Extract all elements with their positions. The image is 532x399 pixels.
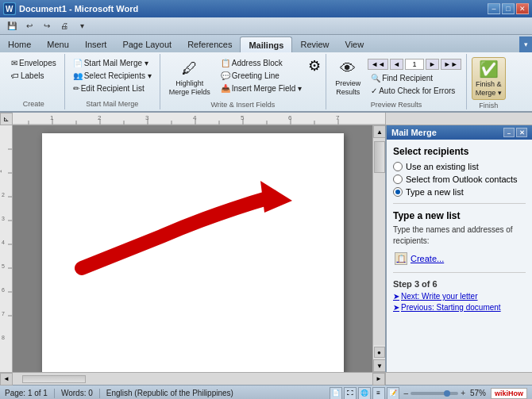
select-outlook-label: Select from Outlook contacts (406, 175, 518, 184)
tab-review[interactable]: Review (292, 36, 337, 52)
scroll-track[interactable] (373, 138, 385, 345)
record-number-input[interactable] (405, 59, 424, 70)
window-title: Document1 - Microsoft Word (19, 4, 138, 13)
next-btn[interactable]: ► (426, 59, 439, 70)
full-screen-btn[interactable]: ⛶ (344, 387, 357, 400)
scroll-down-btn[interactable]: ▼ (373, 359, 386, 372)
tab-mailings[interactable]: Mailings (240, 36, 292, 52)
undo-quick-btn[interactable]: ↩ (22, 19, 37, 33)
insert-merge-field-button[interactable]: 📥 Insert Merge Field ▾ (218, 82, 305, 94)
mail-merge-icon: 📄 (73, 59, 83, 67)
select-recipients-button[interactable]: 👥 Select Recipients ▾ (70, 70, 155, 82)
zoom-slider: – + 57% (404, 389, 486, 397)
h-scroll-right-btn[interactable]: ► (372, 373, 385, 386)
select-browse-obj-btn[interactable]: ● (374, 347, 385, 358)
qa-dropdown-btn[interactable]: ▾ (75, 19, 89, 33)
maximize-button[interactable]: □ (502, 3, 515, 14)
use-existing-list-option[interactable]: Use an existing list (393, 162, 526, 171)
minimize-button[interactable]: – (488, 3, 500, 14)
type-new-list-heading: Type a new list (393, 210, 526, 221)
status-sep-2 (99, 389, 100, 398)
print-quick-btn[interactable]: 🖨 (57, 19, 71, 33)
panel-divider-2 (393, 272, 526, 273)
use-existing-label: Use an existing list (406, 162, 479, 171)
type-new-list-radio[interactable] (393, 187, 403, 197)
scroll-thumb[interactable] (374, 141, 385, 173)
scroll-up-btn[interactable]: ▲ (373, 125, 386, 138)
window-controls[interactable]: – □ ✕ (488, 3, 529, 14)
prev-step-link[interactable]: ➤ Previous: Starting document (393, 303, 526, 312)
zoom-in-btn[interactable]: + (461, 389, 465, 397)
svg-text:7: 7 (336, 114, 340, 121)
tab-menu[interactable]: Menu (39, 36, 77, 52)
status-sep-1 (54, 389, 55, 398)
tab-insert[interactable]: Insert (77, 36, 115, 52)
tab-view[interactable]: View (337, 36, 372, 52)
type-new-list-desc: Type the names and addresses of recipien… (393, 224, 526, 247)
zoom-track[interactable] (411, 392, 458, 395)
ribbon-toggle-btn[interactable]: ▾ (519, 36, 532, 52)
h-scroll-track[interactable] (14, 375, 371, 383)
type-new-list-option[interactable]: Type a new list (393, 187, 526, 197)
step-section: Step 3 of 6 ➤ Next: Write your letter ➤ … (393, 279, 526, 312)
zoom-thumb[interactable] (444, 390, 450, 397)
edit-list-icon: ✏ (73, 84, 79, 93)
next-step-label: Next: Write your letter (401, 292, 478, 301)
envelope-icon: ✉ (11, 59, 17, 67)
status-right: 📄 ⛶ 🌐 ≡ 📝 – + 57% wikiHow (330, 387, 527, 400)
tab-home[interactable]: Home (0, 36, 39, 52)
panel-minimize-btn[interactable]: – (503, 128, 515, 137)
use-existing-radio[interactable] (393, 162, 403, 171)
next-record-btn[interactable]: ►► (441, 59, 461, 70)
recipients-icon: 👥 (73, 71, 83, 80)
label-icon: 🏷 (11, 71, 19, 80)
draft-btn[interactable]: 📝 (387, 387, 399, 400)
document-page[interactable] (42, 133, 344, 372)
h-scroll-left-btn[interactable]: ◄ (0, 373, 13, 386)
redo-quick-btn[interactable]: ↪ (40, 19, 54, 33)
labels-button[interactable]: 🏷 Labels (8, 70, 60, 82)
create-button[interactable]: 📋 Create... (393, 251, 445, 266)
mail-merge-group-content: 📄 Start Mail Merge ▾ 👥 Select Recipients… (70, 56, 155, 98)
outline-btn[interactable]: ≡ (372, 387, 385, 400)
zoom-level: 57% (470, 389, 486, 397)
save-quick-btn[interactable]: 💾 (5, 19, 19, 33)
envelopes-button[interactable]: ✉ Envelopes (8, 57, 60, 69)
h-scrollbar-area: ◄ ► (0, 373, 385, 385)
web-layout-btn[interactable]: 🌐 (358, 387, 371, 400)
zoom-out-btn[interactable]: – (404, 389, 409, 397)
next-step-link[interactable]: ➤ Next: Write your letter (393, 292, 526, 301)
svg-text:2: 2 (2, 192, 5, 198)
greeting-line-button[interactable]: 💬 Greeting Line (218, 70, 305, 82)
prev-record-btn[interactable]: ◄◄ (368, 59, 388, 70)
select-outlook-option[interactable]: Select from Outlook contacts (393, 175, 526, 184)
panel-close-btn[interactable]: ✕ (516, 128, 527, 137)
word-count: Words: 0 (61, 389, 93, 397)
print-layout-btn[interactable]: 📄 (330, 387, 342, 400)
find-recipient-button[interactable]: 🔍 Find Recipient (368, 72, 461, 84)
write-insert-group-label: Write & Insert Fields (165, 99, 321, 109)
ruler-corner[interactable]: ⊾ (0, 113, 13, 125)
quick-access-toolbar: 💾 ↩ ↪ 🖨 ▾ (0, 17, 532, 35)
start-mail-merge-button[interactable]: 📄 Start Mail Merge ▾ (70, 57, 155, 69)
finish-merge-button[interactable]: ✅ Finish &Merge ▾ (472, 57, 506, 100)
step-title: Step 3 of 6 (393, 279, 526, 289)
prev-btn[interactable]: ◄ (390, 59, 403, 70)
preview-nav-controls: ◄◄ ◄ ► ►► (368, 57, 461, 71)
tab-page-layout[interactable]: Page Layout (114, 36, 179, 52)
auto-check-errors-button[interactable]: ✓ Auto Check for Errors (368, 85, 461, 97)
h-scroll-thumb[interactable] (22, 375, 86, 383)
highlight-merge-fields-button[interactable]: 🖊 HighlightMerge Fields (165, 57, 214, 99)
select-outlook-radio[interactable] (393, 175, 403, 184)
preview-results-button[interactable]: 👁 PreviewResults (331, 57, 364, 99)
address-block-button[interactable]: 📋 Address Block (218, 57, 305, 69)
tab-references[interactable]: References (179, 36, 240, 52)
prev-step-label: Previous: Starting document (401, 303, 501, 312)
ribbon: Home Menu Insert Page Layout References … (0, 35, 532, 113)
ruler-panel-spacer (385, 113, 532, 125)
panel-title: Mail Merge (391, 128, 437, 137)
ribbon-content: ✉ Envelopes 🏷 Labels Create 📄 Start Mail (0, 52, 532, 111)
edit-recipient-list-button[interactable]: ✏ Edit Recipient List (70, 82, 155, 94)
close-button[interactable]: ✕ (516, 3, 529, 14)
preview-nav-buttons: ◄◄ ◄ ► ►► 🔍 Find Recipient ✓ Auto Check … (368, 57, 461, 97)
